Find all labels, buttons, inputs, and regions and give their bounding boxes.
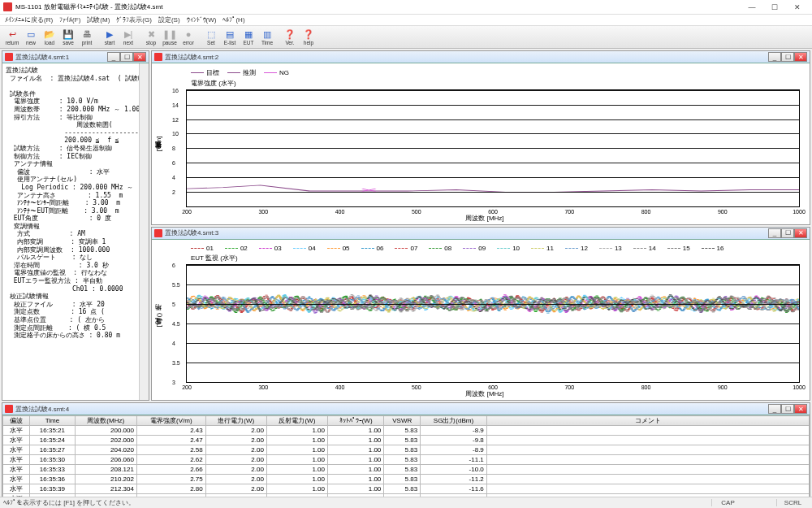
- scrollbar[interactable]: [139, 63, 149, 400]
- menu-item[interactable]: ｳｨﾝﾄﾞｳ(W): [187, 16, 217, 24]
- table-row[interactable]: 水平16:35:36210.2022.752.001.001.005.83-11…: [3, 475, 810, 484]
- legend-item: 11: [531, 245, 554, 252]
- next-icon: ▶|: [123, 28, 134, 40]
- sub-close-button[interactable]: ✕: [794, 404, 807, 414]
- chart2-header: 置換法試験4.smt:3 _☐✕: [152, 228, 810, 240]
- workspace: 置換法試験4.smt:1 _ ☐ ✕ 置換法試験 ファイル名 : 置換法試験4.…: [0, 49, 812, 402]
- legend-item: 08: [429, 245, 451, 252]
- subwindow-icon: [154, 53, 162, 61]
- eut-button[interactable]: ▦EUT: [240, 28, 257, 46]
- stop-button[interactable]: ✖stop: [142, 28, 160, 46]
- sub-close-button[interactable]: ✕: [133, 52, 146, 62]
- svg-text:✕: ✕: [358, 188, 378, 193]
- start-button[interactable]: ▶start: [101, 28, 119, 46]
- table-row[interactable]: 水平16:35:27204.0202.582.001.001.005.83-8.…: [3, 445, 810, 455]
- new-icon: ▭: [25, 28, 37, 40]
- results-table: 偏波Time周波数(MHz)電界強度(V/m)進行電力(W)反射電力(W)ﾈｯﾄ…: [2, 415, 810, 508]
- sub-maximize-button[interactable]: ☐: [120, 52, 133, 62]
- save-button[interactable]: 💾save: [59, 28, 77, 46]
- pause-icon: ❚❚: [164, 28, 175, 40]
- sub-close-button[interactable]: ✕: [794, 228, 807, 238]
- test-info-text: 置換法試験 ファイル名 : 置換法試験4.sat ( 試験時 試験条件 電界強度…: [2, 63, 139, 400]
- status-cap: CAP: [711, 499, 744, 506]
- legend-item: 04: [293, 245, 316, 252]
- table-row[interactable]: 水平16:35:33208.1212.662.001.001.005.83-10…: [3, 465, 810, 475]
- chart1-window: 置換法試験4.smt:2 _☐✕ 電界強度 [V/m] 目標推測NG 電界強度 …: [151, 50, 810, 225]
- error-button[interactable]: ●error: [179, 28, 197, 46]
- col-header[interactable]: SG出力(dBm): [421, 416, 487, 426]
- set-button[interactable]: ⬚Set: [202, 28, 220, 46]
- sub-close-button[interactable]: ✕: [794, 52, 807, 62]
- eut-icon: ▦: [243, 28, 254, 40]
- menu-item[interactable]: ｸﾞﾗﾌ表示(G): [116, 15, 152, 24]
- help-icon: ❓: [303, 28, 314, 40]
- stop-icon: ✖: [145, 28, 157, 40]
- window-title: MS-1101 放射電磁界ｲﾐｭﾆﾃｨ試験 - 置換法試験4.smt: [15, 2, 162, 11]
- titlebar: MS-1101 放射電磁界ｲﾐｭﾆﾃｨ試験 - 置換法試験4.smt — ☐ ✕: [0, 0, 812, 15]
- ver-button[interactable]: ❓Ver.: [281, 28, 299, 46]
- chart2-legend: 01020304050607080910111213141516: [166, 243, 803, 254]
- legend-item: 目標: [191, 68, 219, 77]
- col-header[interactable]: 反射電力(W): [266, 416, 327, 426]
- time-icon: ▥: [261, 28, 273, 40]
- status-scrl: SCRL: [776, 499, 809, 506]
- col-header[interactable]: VSWR: [384, 416, 421, 426]
- col-header[interactable]: 偏波: [3, 416, 30, 426]
- sub-maximize-button[interactable]: ☐: [781, 52, 794, 62]
- toolbar: ↩return▭new📂load💾save🖶print▶start▶|next✖…: [0, 26, 812, 49]
- pause-button[interactable]: ❚❚pause: [161, 28, 179, 46]
- legend-item: 09: [463, 245, 486, 252]
- legend-item: 01: [191, 245, 214, 252]
- subwindow-header: 置換法試験4.smt:1 _ ☐ ✕: [2, 51, 149, 63]
- col-header[interactable]: ﾈｯﾄﾊﾟﾜｰ(W): [327, 416, 383, 426]
- app-icon: [3, 2, 12, 11]
- menu-item[interactable]: ﾌｧｲﾙ(F): [59, 16, 80, 24]
- table-row[interactable]: 水平16:35:30206.0602.622.001.001.005.83-11…: [3, 455, 810, 465]
- next-button[interactable]: ▶|next: [119, 28, 137, 46]
- maximize-button[interactable]: ☐: [763, 2, 786, 13]
- chart2-ylabel: 電圧 [V] (平均): [155, 243, 166, 399]
- table-win-title: 置換法試験4.smt:4: [15, 405, 69, 414]
- status-help: ﾍﾙﾌﾟを表示するには [F1] を押してください。: [3, 498, 135, 507]
- col-header[interactable]: Time: [30, 416, 75, 426]
- sub-maximize-button[interactable]: ☐: [781, 228, 794, 238]
- print-icon: 🖶: [81, 28, 93, 40]
- sub-minimize-button[interactable]: _: [768, 404, 781, 414]
- chart2-win-title: 置換法試験4.smt:3: [165, 228, 218, 237]
- legend-item: NG: [264, 68, 289, 77]
- sub-minimize-button[interactable]: _: [768, 52, 781, 62]
- sub-minimize-button[interactable]: _: [107, 52, 120, 62]
- menu-item[interactable]: ﾍﾙﾌﾟ(H): [222, 16, 244, 24]
- table-scroll[interactable]: 偏波Time周波数(MHz)電界強度(V/m)進行電力(W)反射電力(W)ﾈｯﾄ…: [2, 415, 810, 508]
- close-button[interactable]: ✕: [786, 2, 809, 13]
- col-header[interactable]: 周波数(MHz): [75, 416, 136, 426]
- return-button[interactable]: ↩return: [3, 28, 21, 46]
- new-button[interactable]: ▭new: [22, 28, 40, 46]
- col-header[interactable]: コメント: [486, 416, 809, 426]
- table-row[interactable]: 水平16:35:21200.0002.432.001.001.005.83-8.…: [3, 426, 810, 436]
- help-button[interactable]: ❓help: [300, 28, 317, 46]
- load-button[interactable]: 📂load: [41, 28, 58, 46]
- menu-item[interactable]: 試験(M): [87, 15, 110, 24]
- print-button[interactable]: 🖶print: [78, 28, 96, 46]
- chart1-win-title: 置換法試験4.smt:2: [165, 53, 218, 62]
- minimize-button[interactable]: —: [741, 2, 763, 13]
- chart1-ylabel: 電界強度 [V/m]: [155, 67, 166, 223]
- elist-button[interactable]: ▤E-list: [221, 28, 239, 46]
- table-row[interactable]: 水平16:35:39212.3042.802.001.001.005.83-11…: [3, 484, 810, 494]
- chart1-legend: 目標推測NG: [166, 67, 803, 79]
- menu-item[interactable]: ﾒｲﾝﾒﾆｭに戻る(R): [5, 15, 53, 24]
- menu-item[interactable]: 設定(S): [158, 15, 180, 24]
- col-header[interactable]: 進行電力(W): [205, 416, 266, 426]
- sub-maximize-button[interactable]: ☐: [781, 404, 794, 414]
- table-row[interactable]: 水平16:35:24202.0002.472.001.001.005.83-9.…: [3, 436, 810, 445]
- return-icon: ↩: [6, 28, 18, 40]
- text-subwindow: 置換法試験4.smt:1 _ ☐ ✕ 置換法試験 ファイル名 : 置換法試験4.…: [2, 50, 149, 401]
- legend-item: 12: [565, 245, 588, 252]
- col-header[interactable]: 電界強度(V/m): [136, 416, 205, 426]
- time-button[interactable]: ▥Time: [258, 28, 276, 46]
- subwindow-icon: [5, 405, 13, 413]
- subwindow-title: 置換法試験4.smt:1: [15, 53, 69, 62]
- subwindow-icon: [154, 229, 162, 237]
- sub-minimize-button[interactable]: _: [768, 228, 781, 238]
